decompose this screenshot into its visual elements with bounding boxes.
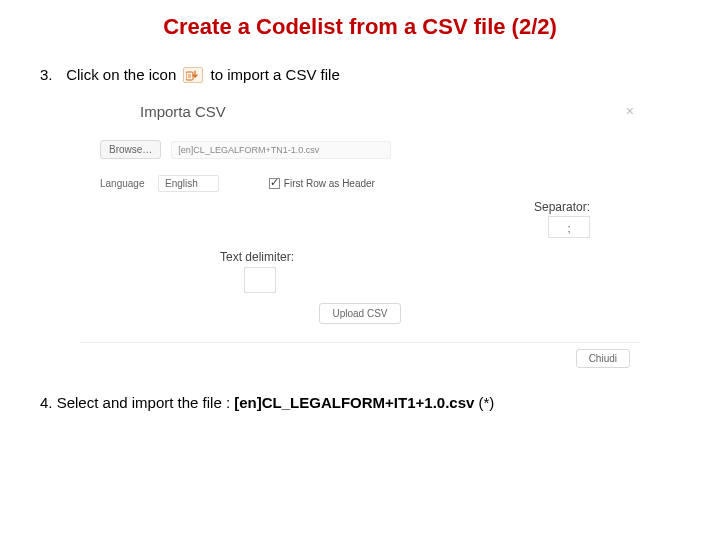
- step-4-suffix: (*): [474, 394, 494, 411]
- step-3-text-before: Click on the icon: [66, 66, 176, 83]
- language-select[interactable]: English: [158, 175, 219, 192]
- file-row: Browse… [en]CL_LEGALFORM+TN1-1.0.csv: [100, 136, 620, 163]
- import-csv-icon: [183, 67, 203, 83]
- dialog-title: Importa CSV: [80, 101, 640, 130]
- separator-group: Separator: ;: [100, 200, 620, 238]
- language-label: Language: [100, 178, 148, 189]
- browse-button[interactable]: Browse…: [100, 140, 161, 159]
- text-delimiter-group: Text delimiter:: [100, 250, 620, 293]
- close-icon[interactable]: ×: [626, 103, 634, 119]
- page-title: Create a Codelist from a CSV file (2/2): [0, 0, 720, 40]
- first-row-header-checkbox-wrap[interactable]: First Row as Header: [269, 178, 375, 189]
- svg-rect-0: [186, 72, 193, 80]
- text-delimiter-input[interactable]: [244, 267, 276, 293]
- filename-field[interactable]: [en]CL_LEGALFORM+TN1-1.0.csv: [171, 141, 391, 159]
- text-delimiter-label: Text delimiter:: [220, 250, 620, 264]
- dialog-screenshot: × Importa CSV Browse… [en]CL_LEGALFORM+T…: [0, 83, 720, 372]
- step-4-filename: [en]CL_LEGALFORM+IT1+1.0.csv: [234, 394, 474, 411]
- step-4: 4. Select and import the file : [en]CL_L…: [0, 394, 720, 411]
- language-row: Language English First Row as Header: [100, 171, 620, 196]
- close-button[interactable]: Chiudi: [576, 349, 630, 368]
- checkbox-icon[interactable]: [269, 178, 280, 189]
- step-3-number: 3.: [40, 66, 62, 83]
- step-3-text-after: to import a CSV file: [211, 66, 340, 83]
- separator-input[interactable]: ;: [548, 216, 590, 238]
- first-row-header-label: First Row as Header: [284, 178, 375, 189]
- step-4-number: 4.: [40, 394, 53, 411]
- upload-csv-button[interactable]: Upload CSV: [319, 303, 400, 324]
- step-4-text: Select and import the file :: [57, 394, 235, 411]
- separator-label: Separator:: [100, 200, 590, 214]
- step-3: 3. Click on the icon to import a CSV fil…: [0, 66, 720, 83]
- import-csv-dialog: × Importa CSV Browse… [en]CL_LEGALFORM+T…: [80, 101, 640, 372]
